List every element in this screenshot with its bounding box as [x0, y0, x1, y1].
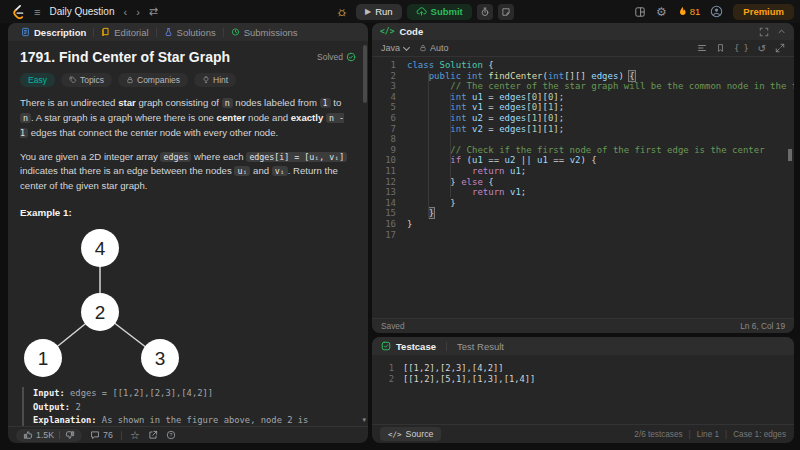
code-panel: </> Code Java — [372, 23, 794, 333]
thumbs-down-icon — [65, 430, 75, 440]
companies-chip[interactable]: Companies — [118, 73, 188, 87]
avatar[interactable] — [710, 5, 723, 18]
topics-chip[interactable]: Topics — [61, 73, 112, 87]
saved-indicator: Saved — [381, 321, 405, 331]
random-question-icon[interactable]: ⇄ — [149, 5, 158, 18]
code-line[interactable]: 5 int v1 = edges[0][1]; — [372, 102, 794, 113]
code-panel-header: </> Code — [372, 23, 794, 40]
code-editor[interactable]: 1class Solution {2 public int findCenter… — [372, 57, 794, 318]
source-code-icon: </> — [388, 430, 402, 439]
testcase-panel: Testcase Test Result 1[[1,2],[2,3],[4,2]… — [372, 337, 794, 443]
code-line[interactable]: 11 return u1; — [372, 166, 794, 177]
svg-text:?: ? — [169, 432, 172, 438]
graph-node-label: 2 — [95, 302, 106, 323]
tab-editorial[interactable]: Editorial — [94, 23, 155, 41]
graph-node-label: 3 — [155, 348, 166, 369]
tab-description[interactable]: Description — [14, 23, 93, 41]
like-button[interactable]: 1.5K — [23, 430, 54, 440]
maximize-icon[interactable] — [759, 27, 769, 37]
code-line[interactable]: 4 int u1 = edges[0][0]; — [372, 92, 794, 103]
run-button[interactable]: ▶ Run — [356, 4, 402, 20]
favorite-star-icon[interactable]: ☆ — [130, 429, 140, 442]
editor-statusbar: Saved Ln 6, Col 19 — [372, 318, 794, 333]
check-circle-icon — [346, 52, 356, 62]
notes-button[interactable] — [498, 4, 514, 20]
editor-scroll-marker[interactable] — [788, 149, 792, 161]
prev-question-icon[interactable]: ‹ — [123, 6, 127, 18]
example-1-label: Example 1: — [20, 207, 356, 218]
premium-button[interactable]: Premium — [733, 4, 794, 20]
layout-icon[interactable] — [634, 6, 646, 18]
code-line[interactable]: 3 // The center of the star graph will b… — [372, 81, 794, 92]
timer-button[interactable] — [477, 4, 493, 20]
code-line[interactable]: 9 // Check if the first node of the firs… — [372, 145, 794, 156]
tab-test-result[interactable]: Test Result — [457, 341, 504, 352]
collapse-panel-icon[interactable] — [777, 27, 786, 36]
testcase-line[interactable]: 1[[1,2],[2,3],[4,2]] — [378, 363, 784, 374]
code-line[interactable]: 2 public int findCenter(int[][] edges) { — [372, 71, 794, 82]
tab-testcase[interactable]: Testcase — [381, 341, 436, 352]
graph-node-label: 1 — [38, 348, 49, 369]
tab-submissions[interactable]: Submissions — [224, 23, 305, 41]
vote-pill: 1.5K — [16, 429, 82, 442]
lightbulb-icon — [202, 76, 210, 84]
problem-paragraph-1: There is an undirected star graph consis… — [20, 96, 356, 141]
code-line[interactable]: 14 } — [372, 198, 794, 209]
chevron-down-icon — [403, 43, 410, 50]
scroll-down-icon[interactable]: ▾ — [362, 416, 366, 424]
code-line[interactable]: 1class Solution { — [372, 60, 794, 71]
bookmark-icon[interactable] — [716, 43, 725, 53]
code-line[interactable]: 7 int v2 = edges[1][1]; — [372, 124, 794, 135]
code-line[interactable]: 17 — [372, 230, 794, 241]
fullscreen-icon[interactable] — [775, 43, 785, 53]
next-question-icon[interactable]: › — [136, 6, 140, 18]
description-tabbar: Description Editorial Solutions — [8, 23, 368, 41]
code-line[interactable]: 12 } else { — [372, 177, 794, 188]
code-line[interactable]: 16} — [372, 219, 794, 230]
dislike-button[interactable] — [65, 430, 75, 440]
settings-gear-icon[interactable]: ⚙ — [656, 5, 667, 19]
code-line[interactable]: 6 int u2 = edges[1][0]; — [372, 113, 794, 124]
testcase-footer: </> Source 2/6 testcases | Line 1 | Case… — [372, 424, 794, 443]
testcase-line: Line 1 — [697, 430, 719, 439]
editor-toolbar: Java Auto — [372, 40, 794, 57]
comments-button[interactable]: 76 — [90, 430, 113, 440]
code-line[interactable]: 8 — [372, 134, 794, 145]
hint-chip[interactable]: Hint — [194, 73, 236, 87]
format-code-icon[interactable] — [697, 43, 707, 53]
submit-button[interactable]: Submit — [407, 4, 472, 20]
code-line[interactable]: 13 return v1; — [372, 187, 794, 198]
help-icon[interactable]: ? — [166, 430, 176, 440]
description-content: 1791. Find Center of Star Graph Solved E… — [8, 41, 368, 426]
code-line[interactable]: 15 } — [372, 208, 794, 219]
play-icon: ▶ — [365, 7, 371, 16]
code-line[interactable]: 10 if (u1 == u2 || u1 == v2) { — [372, 155, 794, 166]
daily-question-label[interactable]: Daily Question — [49, 6, 114, 17]
share-icon[interactable] — [148, 430, 158, 440]
description-scrollbar[interactable] — [363, 45, 367, 103]
source-button[interactable]: </> Source — [380, 427, 441, 441]
difficulty-badge[interactable]: Easy — [20, 73, 55, 87]
description-panel: Description Editorial Solutions — [8, 23, 368, 443]
testcase-line[interactable]: 2[[1,2],[5,1],[1,3],[1,4]] — [378, 374, 784, 385]
cloud-upload-icon — [416, 6, 427, 17]
example-1-block: Input: edges = [[1,2],[2,3],[4,2]] Outpu… — [22, 387, 356, 426]
check-square-icon — [381, 341, 391, 351]
tag-icon — [69, 76, 77, 84]
leetcode-logo[interactable] — [10, 4, 25, 19]
tab-solutions[interactable]: Solutions — [157, 23, 223, 41]
auto-toggle[interactable]: Auto — [419, 43, 449, 53]
testcase-lines[interactable]: 1[[1,2],[2,3],[4,2]]2[[1,2],[5,1],[1,3],… — [372, 355, 794, 424]
language-selector[interactable]: Java — [381, 43, 409, 53]
book-icon — [101, 27, 110, 37]
streak-counter[interactable]: 81 — [677, 6, 701, 18]
thumbs-up-icon — [23, 430, 33, 440]
debug-icon[interactable] — [336, 6, 348, 18]
description-footer: 1.5K 76 ☆ — [8, 426, 368, 443]
document-icon — [21, 27, 30, 37]
reset-code-icon[interactable]: ↺ — [758, 43, 766, 54]
code-lines: 1class Solution {2 public int findCenter… — [372, 60, 794, 240]
braces-icon[interactable]: { } — [734, 44, 748, 53]
flame-icon — [677, 6, 687, 18]
problem-list-icon[interactable]: ≡ — [34, 6, 40, 18]
